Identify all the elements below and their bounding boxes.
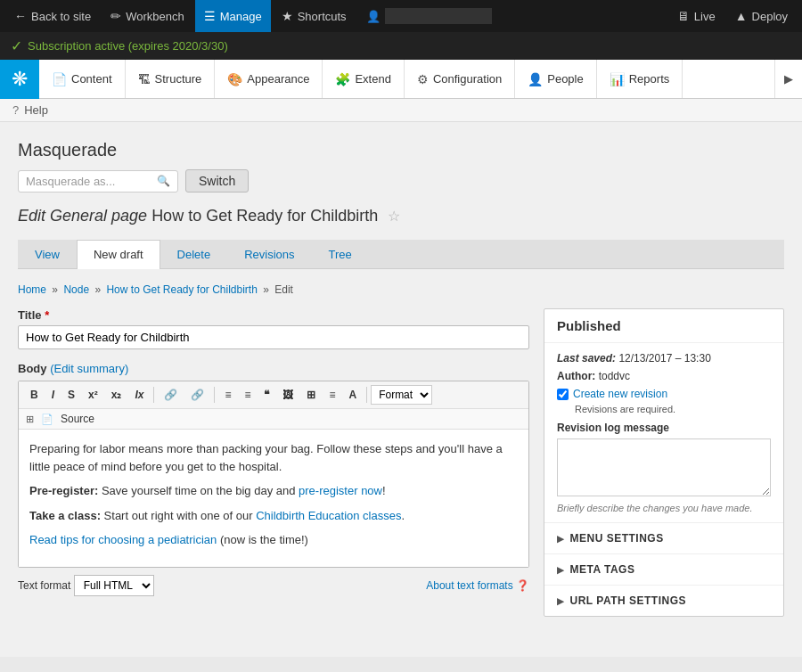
breadcrumb-home[interactable]: Home — [18, 283, 46, 296]
page-content: Masquerade Masquerade as... 🔍 Switch Edi… — [0, 122, 802, 657]
editor-content[interactable]: Preparing for labor means more than pack… — [19, 430, 528, 567]
revision-log-label: Revision log message — [557, 422, 771, 434]
admin-menu-item-reports[interactable]: 📊 Reports — [597, 60, 683, 98]
content-icon: 📄 — [52, 72, 67, 86]
url-path-arrow: ▶ — [557, 596, 565, 606]
text-format-select[interactable]: Full HTML — [74, 575, 154, 596]
masquerade-input-container[interactable]: Masquerade as... 🔍 — [18, 170, 178, 193]
masquerade-placeholder-text: Masquerade as... — [26, 175, 153, 188]
tab-new-draft[interactable]: New draft — [77, 240, 160, 269]
toolbar-image[interactable]: 🖼 — [276, 386, 299, 404]
toolbar-format-select[interactable]: Format — [371, 385, 432, 405]
create-revision-checkbox[interactable] — [557, 389, 569, 400]
toolbar-justify[interactable]: ≡ — [323, 386, 341, 404]
tab-delete[interactable]: Delete — [160, 240, 228, 268]
text-format-left: Text format Full HTML — [18, 575, 154, 596]
deploy-button[interactable]: ▲ Deploy — [726, 0, 797, 32]
admin-menu: ❋ 📄 Content 🏗 Structure 🎨 Appearance 🧩 E… — [0, 60, 802, 99]
source-bar: ⊞ 📄 Source — [19, 409, 528, 430]
structure-icon: 🏗 — [138, 72, 151, 86]
admin-menu-item-structure[interactable]: 🏗 Structure — [126, 60, 216, 98]
user-input[interactable] — [385, 8, 492, 24]
tab-tree[interactable]: Tree — [312, 240, 369, 268]
toolbar-sep-3 — [366, 387, 367, 403]
right-sidebar: Published Last saved: 12/13/2017 – 13:30… — [544, 308, 784, 624]
breadcrumb-page-title[interactable]: How to Get Ready for Childbirth — [106, 283, 257, 296]
editor-toolbar: B I S x² x₂ Ix 🔗 🔗 ≡ ≡ ❝ 🖼 — [19, 381, 528, 409]
workbench-button[interactable]: ✏ Workbench — [102, 0, 193, 32]
drupal-logo[interactable]: ❋ — [0, 60, 39, 99]
admin-menu-item-appearance[interactable]: 🎨 Appearance — [215, 60, 323, 98]
text-format-right: About text formats ❓ — [426, 579, 529, 592]
user-menu[interactable]: 👤 — [357, 0, 501, 32]
expand-icon: ▶ — [784, 72, 793, 86]
switch-button[interactable]: Switch — [185, 169, 249, 193]
favorite-star-icon[interactable]: ☆ — [388, 209, 400, 224]
configuration-icon: ⚙ — [417, 72, 429, 86]
about-text-formats-link[interactable]: About text formats — [426, 579, 512, 592]
body-field-group: Body (Edit summary) B I S x² x₂ Ix 🔗 — [18, 362, 529, 596]
breadcrumb-current: Edit — [274, 283, 293, 296]
revision-log-hint: Briefly describe the changes you have ma… — [557, 503, 771, 513]
meta-tags-arrow: ▶ — [557, 565, 565, 575]
breadcrumb-node[interactable]: Node — [63, 283, 89, 296]
toolbar-subscript[interactable]: x₂ — [105, 386, 128, 404]
toolbar-ordered-list[interactable]: ≡ — [238, 386, 257, 404]
editor-container: B I S x² x₂ Ix 🔗 🔗 ≡ ≡ ❝ 🖼 — [18, 381, 529, 568]
toolbar-link[interactable]: 🔗 — [158, 386, 184, 404]
top-navbar: ← Back to site ✏ Workbench ☰ Manage ★ Sh… — [0, 0, 802, 32]
masquerade-search-icon: 🔍 — [157, 175, 170, 187]
body-label: Body (Edit summary) — [18, 362, 529, 375]
toolbar-unlink[interactable]: 🔗 — [184, 386, 210, 404]
admin-menu-item-configuration[interactable]: ⚙ Configuration — [405, 60, 515, 98]
manage-button[interactable]: ☰ Manage — [195, 0, 271, 32]
toolbar-blockquote[interactable]: ❝ — [258, 386, 275, 404]
breadcrumb: Home » Node » How to Get Ready for Child… — [18, 283, 784, 296]
toolbar-superscript[interactable]: x² — [82, 386, 104, 404]
masquerade-section: Masquerade Masquerade as... 🔍 Switch — [18, 140, 784, 193]
admin-menu-item-people[interactable]: 👤 People — [515, 60, 596, 98]
title-input[interactable] — [18, 325, 529, 349]
appearance-icon: 🎨 — [227, 72, 242, 86]
toolbar-table[interactable]: ⊞ — [300, 386, 322, 404]
reports-icon: 📊 — [610, 72, 625, 86]
view-icon: ⊞ — [26, 414, 34, 425]
admin-menu-items: 📄 Content 🏗 Structure 🎨 Appearance 🧩 Ext… — [39, 60, 683, 98]
source-button[interactable]: Source — [61, 413, 94, 425]
published-title: Published — [557, 318, 771, 333]
live-icon: 🖥 — [677, 9, 690, 23]
published-box: Published Last saved: 12/13/2017 – 13:30… — [544, 308, 784, 617]
shortcuts-button[interactable]: ★ Shortcuts — [273, 0, 356, 32]
edit-summary-link[interactable]: (Edit summary) — [50, 362, 128, 375]
revision-log-textarea[interactable] — [557, 438, 771, 496]
help-bar: ? Help — [0, 99, 802, 122]
required-indicator: * — [45, 308, 49, 322]
toolbar-italic[interactable]: I — [45, 386, 61, 404]
back-to-site-button[interactable]: ← Back to site — [5, 0, 100, 32]
toolbar-removeformat[interactable]: Ix — [128, 386, 150, 404]
toolbar-bold[interactable]: B — [24, 386, 45, 404]
live-button[interactable]: 🖥 Live — [668, 0, 724, 32]
manage-icon: ☰ — [204, 9, 216, 23]
workbench-icon: ✏ — [110, 9, 121, 23]
masquerade-title: Masquerade — [18, 140, 784, 160]
toolbar-color[interactable]: A — [342, 386, 363, 404]
toolbar-sep-2 — [214, 387, 215, 403]
masquerade-row: Masquerade as... 🔍 Switch — [18, 169, 784, 193]
help-icon: ? — [12, 103, 19, 117]
menu-settings-header[interactable]: ▶ MENU SETTINGS — [544, 522, 783, 553]
deploy-icon: ▲ — [735, 9, 748, 23]
toolbar-strikethrough[interactable]: S — [61, 386, 81, 404]
extend-icon: 🧩 — [335, 72, 350, 86]
sidebar-meta: Last saved: 12/13/2017 – 13:30 Author: t… — [544, 343, 783, 522]
toolbar-unordered-list[interactable]: ≡ — [218, 386, 237, 404]
admin-menu-expand[interactable]: ▶ — [774, 60, 802, 98]
url-path-header[interactable]: ▶ URL PATH SETTINGS — [544, 585, 783, 616]
admin-menu-item-extend[interactable]: 🧩 Extend — [323, 60, 404, 98]
tab-revisions[interactable]: Revisions — [227, 240, 311, 268]
tabs-container: View New draft Delete Revisions Tree — [18, 240, 784, 269]
tab-view[interactable]: View — [18, 240, 77, 268]
meta-tags-header[interactable]: ▶ META TAGS — [544, 553, 783, 585]
help-circle-icon: ❓ — [516, 579, 529, 592]
admin-menu-item-content[interactable]: 📄 Content — [39, 60, 126, 98]
